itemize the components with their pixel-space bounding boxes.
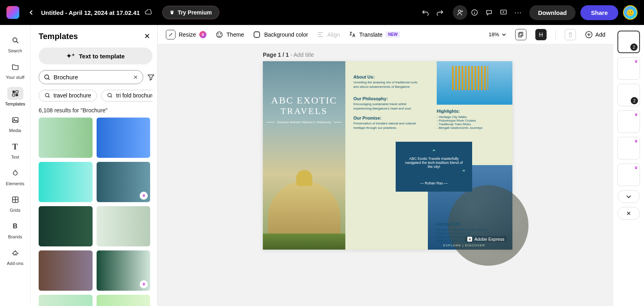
svg-point-13: [108, 93, 111, 97]
rail-search[interactable]: Search: [2, 31, 28, 56]
chevron-left-icon: [28, 9, 35, 16]
redo-button[interactable]: [433, 5, 447, 20]
delete-page-button: [565, 29, 576, 40]
suggestion-chip-trifold[interactable]: tri fold brochure: [101, 90, 153, 101]
resize-button[interactable]: ⤢ Resize ♛: [166, 30, 206, 39]
oil-rig-image: [437, 61, 512, 105]
page-thumbnail[interactable]: ♛: [617, 57, 640, 80]
top-bar: Untitled - April 12, 2024 at 17.02.41 ♛ …: [0, 0, 644, 25]
rail-templates[interactable]: Templates: [2, 85, 28, 109]
undo-button[interactable]: [418, 5, 433, 20]
template-thumbnail[interactable]: [39, 250, 93, 291]
brand-title-line2: TRAVELS: [263, 106, 345, 116]
more-options-button[interactable]: ⋯: [511, 5, 525, 20]
canvas[interactable]: Page 1 / 1 - Add title ABC EXOTIC TRAVEL…: [158, 44, 613, 306]
brochure-right-panel[interactable]: About Us: Unveiling the amazing mix of t…: [345, 61, 512, 250]
rail-media[interactable]: Media: [2, 111, 28, 135]
brochure-left-panel[interactable]: ABC EXOTIC TRAVELS Unwind Amidst Nature'…: [263, 61, 345, 250]
page-thumbnail[interactable]: ♛: [617, 163, 640, 186]
user-avatar[interactable]: 🙂: [623, 5, 638, 20]
svg-point-0: [458, 10, 461, 12]
templates-icon: [7, 87, 23, 100]
back-button[interactable]: [25, 6, 38, 19]
fit-page-button[interactable]: [535, 29, 547, 40]
tips-button[interactable]: [467, 5, 482, 20]
page-thumbnail[interactable]: 2: [617, 84, 640, 106]
template-thumbnail[interactable]: [97, 118, 151, 158]
try-premium-button[interactable]: ♛ Try Premium: [162, 6, 219, 19]
svg-point-15: [217, 33, 219, 34]
brand-tagline: Unwind Amidst Nature's Harmony: [263, 120, 345, 124]
premium-badge-icon: ♛: [634, 112, 638, 117]
template-thumbnail[interactable]: [39, 206, 93, 246]
template-search-box[interactable]: ✕: [39, 70, 143, 84]
svg-rect-8: [12, 118, 18, 122]
sparkle-icon: ✦⁺: [66, 52, 75, 60]
rail-brands[interactable]: B Brands: [2, 217, 28, 242]
results-count: 6,108 results for "Brochure": [39, 107, 153, 114]
document-title[interactable]: Untitled - April 12, 2024 at 17.02.41: [41, 9, 140, 16]
premium-label: Try Premium: [178, 9, 212, 16]
search-icon: [45, 93, 50, 98]
svg-rect-17: [254, 32, 260, 37]
premium-badge-icon: ♛: [140, 192, 148, 200]
page-thumbnail[interactable]: ♛: [617, 110, 640, 133]
zoom-dropdown[interactable]: 18%: [489, 31, 506, 37]
add-page-button[interactable]: Add: [585, 31, 605, 39]
template-results-grid[interactable]: ♛ ♛: [39, 118, 153, 306]
template-thumbnail[interactable]: [39, 295, 93, 306]
bgcolor-icon: [253, 31, 261, 39]
about-text: Unveiling the amazing mix of traditional…: [353, 81, 422, 89]
adobe-express-logo[interactable]: [6, 6, 19, 19]
rail-elements[interactable]: Elements: [2, 164, 28, 188]
close-thumbnails-button[interactable]: ✕: [617, 207, 640, 220]
duplicate-page-button[interactable]: [515, 29, 526, 40]
page-count-badge: 2: [630, 43, 638, 51]
template-thumbnail[interactable]: ♛: [97, 250, 151, 291]
suggestion-chip-travel-brochure[interactable]: travel brochure: [39, 90, 97, 101]
folder-icon: [7, 60, 23, 73]
search-icon: [7, 34, 23, 47]
expand-thumbnails-button[interactable]: [617, 190, 640, 203]
page-label[interactable]: Page 1 / 1 - Add title: [263, 52, 314, 58]
rail-your-stuff[interactable]: Your stuff: [2, 58, 28, 82]
rail-grids[interactable]: Grids: [2, 191, 28, 215]
svg-point-12: [45, 93, 49, 97]
background-color-button[interactable]: Background color: [253, 31, 308, 39]
template-thumbnail[interactable]: ♛: [97, 162, 151, 202]
invite-people-button[interactable]: [453, 5, 467, 20]
download-button[interactable]: Download: [529, 5, 576, 20]
rail-addons[interactable]: Add-ons: [2, 244, 28, 268]
philosophy-heading: Our Philosophy:: [353, 96, 422, 101]
artboard[interactable]: ABC EXOTIC TRAVELS Unwind Amidst Nature'…: [263, 61, 512, 250]
text-icon: T: [7, 140, 23, 153]
svg-rect-7: [16, 94, 18, 96]
template-thumbnail[interactable]: [97, 295, 151, 306]
crown-icon: ♛: [170, 10, 174, 15]
svg-point-3: [13, 38, 17, 42]
template-thumbnail[interactable]: [39, 162, 93, 202]
template-thumbnail[interactable]: [97, 206, 151, 246]
close-panel-button[interactable]: ✕: [141, 31, 153, 42]
share-button[interactable]: Share: [580, 5, 618, 20]
templates-panel: Templates ✕ ✦⁺ Text to template ✕ travel…: [31, 25, 158, 306]
present-button[interactable]: [496, 5, 511, 20]
template-thumbnail[interactable]: [39, 118, 93, 158]
search-input[interactable]: [54, 74, 130, 81]
grass-illustration: [263, 234, 345, 250]
resize-icon: ⤢: [166, 30, 175, 39]
align-icon: [317, 31, 324, 38]
theme-button[interactable]: Theme: [215, 31, 244, 39]
cloud-sync-icon[interactable]: [144, 9, 153, 16]
svg-point-16: [220, 33, 221, 34]
filter-button[interactable]: [147, 72, 155, 83]
comments-button[interactable]: [482, 5, 496, 20]
translate-button[interactable]: Translate NEW: [349, 31, 400, 38]
text-to-template-button[interactable]: ✦⁺ Text to template: [39, 48, 153, 64]
page-thumbnail[interactable]: 2: [617, 31, 640, 53]
page-thumbnail[interactable]: ♛: [617, 137, 640, 159]
pages-panel: 2 ♛ 2 ♛ ♛ ♛ ✕: [613, 25, 644, 306]
clear-search-button[interactable]: ✕: [133, 74, 138, 81]
rail-text[interactable]: T Text: [2, 138, 28, 162]
palace-illustration: [268, 181, 341, 234]
